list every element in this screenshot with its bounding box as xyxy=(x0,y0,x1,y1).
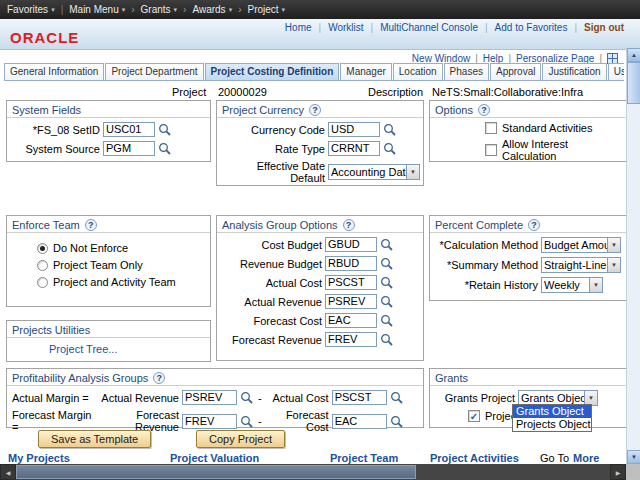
effective-date-default-value: Accounting Date xyxy=(329,165,406,179)
allow-interest-calculation-checkbox[interactable] xyxy=(485,144,497,156)
actual-revenue-input[interactable]: PSREV xyxy=(182,390,237,405)
lookup-icon[interactable] xyxy=(240,391,253,404)
lookup-icon[interactable] xyxy=(158,123,171,136)
lookup-icon[interactable] xyxy=(158,142,171,155)
sign-out-link[interactable]: Sign out xyxy=(584,22,624,33)
tab-approval[interactable]: Approval xyxy=(490,63,541,80)
portal-links: Home | Worklist | MultiChannel Console |… xyxy=(285,22,624,33)
chevron-down-icon: ▾ xyxy=(122,6,126,14)
my-projects-link[interactable]: My Projects xyxy=(8,452,70,464)
dropdown-arrow-icon[interactable]: ▼ xyxy=(607,258,620,272)
lookup-icon[interactable] xyxy=(380,295,393,308)
effective-date-default-label: Effective Date Default xyxy=(222,160,325,184)
revenue-budget-input[interactable]: RBUD xyxy=(325,256,377,271)
summary-method-select[interactable]: Straight-Line ▼ xyxy=(541,257,621,273)
profitability-analysis-groups-section: Profitability Analysis Groups ? Actual M… xyxy=(6,368,424,428)
scroll-left-button[interactable]: ◀ xyxy=(0,464,16,480)
do-not-enforce-radio[interactable] xyxy=(37,243,48,254)
horizontal-scrollbar[interactable]: ◀ ▶ xyxy=(0,464,626,480)
main-menu[interactable]: Main Menu ▾ xyxy=(69,4,125,15)
project-and-activity-team-radio[interactable] xyxy=(37,277,48,288)
lookup-icon[interactable] xyxy=(380,314,393,327)
breadcrumb-grants[interactable]: Grants ▾ xyxy=(141,4,178,15)
worklist-link[interactable]: Worklist xyxy=(328,22,363,33)
project-team-link[interactable]: Project Team xyxy=(330,452,398,464)
section-title: Project Currency xyxy=(222,104,304,116)
lookup-icon[interactable] xyxy=(390,415,403,428)
dropdown-arrow-icon[interactable]: ▼ xyxy=(607,238,620,252)
actual-revenue-input[interactable]: PSREV xyxy=(325,294,377,309)
forecast-revenue-label: Forecast Revenue xyxy=(222,334,322,346)
description-label: Description xyxy=(368,86,423,98)
vertical-scrollbar[interactable]: ▲ ▼ xyxy=(626,48,640,464)
home-link[interactable]: Home xyxy=(285,22,312,33)
actual-cost-input[interactable]: PSCST xyxy=(325,275,377,290)
horizontal-scroll-thumb[interactable] xyxy=(16,465,416,479)
effective-date-default-select[interactable]: Accounting Date ▼ xyxy=(328,164,420,180)
dropdown-arrow-icon[interactable]: ▼ xyxy=(406,165,419,179)
actual-revenue-label: Actual Revenue xyxy=(222,296,322,308)
dropdown-option-projects-object[interactable]: Projects Object xyxy=(513,418,591,431)
tab-project-costing-definition[interactable]: Project Costing Definition xyxy=(205,63,340,80)
project-activities-link[interactable]: Project Activities xyxy=(430,452,519,464)
breadcrumb-project-label: Project xyxy=(247,4,278,15)
tab-user-fields[interactable]: User Fields xyxy=(608,63,624,80)
help-icon[interactable]: ? xyxy=(309,104,321,116)
retain-history-select[interactable]: Weekly ▼ xyxy=(541,277,603,293)
scroll-up-button[interactable]: ▲ xyxy=(627,48,640,62)
lookup-icon[interactable] xyxy=(380,333,393,346)
setid-input[interactable]: USC01 xyxy=(103,122,155,137)
help-icon[interactable]: ? xyxy=(528,219,540,231)
project-tree-link[interactable]: Project Tree... xyxy=(49,343,117,355)
rate-type-label: Rate Type xyxy=(222,143,325,155)
lookup-icon[interactable] xyxy=(380,257,393,270)
breadcrumb-project[interactable]: Project ▾ xyxy=(247,4,285,15)
lookup-icon[interactable] xyxy=(383,142,396,155)
calculation-method-select[interactable]: Budget Amou ▼ xyxy=(541,237,621,253)
favorites-menu[interactable]: Favorites ▾ xyxy=(7,4,55,15)
actual-cost-input[interactable]: PSCST xyxy=(332,390,387,405)
standard-activities-checkbox[interactable] xyxy=(485,122,497,134)
analysis-group-options-section: Analysis Group Options ? Cost Budget GBU… xyxy=(216,215,424,361)
forecast-revenue-input[interactable]: FREV xyxy=(325,332,377,347)
rate-type-input[interactable]: CRRNT xyxy=(328,141,380,156)
breadcrumb-awards[interactable]: Awards ▾ xyxy=(192,4,232,15)
tab-phases[interactable]: Phases xyxy=(444,63,489,80)
help-icon[interactable]: ? xyxy=(478,104,490,116)
scroll-right-button[interactable]: ▶ xyxy=(610,464,626,480)
scroll-down-button[interactable]: ▼ xyxy=(627,450,640,464)
lookup-icon[interactable] xyxy=(380,276,393,289)
tab-project-department[interactable]: Project Department xyxy=(105,63,203,80)
project-valuation-link[interactable]: Project Valuation xyxy=(170,452,259,464)
multichannel-console-link[interactable]: MultiChannel Console xyxy=(380,22,478,33)
cost-budget-input[interactable]: GBUD xyxy=(325,237,377,252)
help-icon[interactable]: ? xyxy=(153,372,165,384)
goto-more-link[interactable]: More xyxy=(573,452,599,464)
forecast-cost-input[interactable]: EAC xyxy=(325,313,377,328)
currency-code-input[interactable]: USD xyxy=(328,122,380,137)
lookup-icon[interactable] xyxy=(380,238,393,251)
tab-manager[interactable]: Manager xyxy=(340,63,391,80)
vertical-scroll-thumb[interactable] xyxy=(627,62,640,104)
project-pri-checkbox[interactable]: ✓ xyxy=(468,410,480,422)
dropdown-arrow-icon[interactable]: ▼ xyxy=(589,278,602,292)
system-source-label: System Source xyxy=(12,143,100,155)
lookup-icon[interactable] xyxy=(240,415,253,428)
tab-location[interactable]: Location xyxy=(393,63,443,80)
lookup-icon[interactable] xyxy=(383,123,396,136)
copy-project-button[interactable]: Copy Project xyxy=(196,430,285,448)
system-source-input[interactable]: PGM xyxy=(103,141,155,156)
do-not-enforce-label: Do Not Enforce xyxy=(53,242,128,254)
forecast-revenue-input[interactable]: FREV xyxy=(182,414,237,429)
forecast-cost-input[interactable]: EAC xyxy=(332,414,387,429)
dropdown-arrow-icon[interactable]: ▼ xyxy=(584,391,597,405)
project-team-only-radio[interactable] xyxy=(37,260,48,271)
tab-general-information[interactable]: General Information xyxy=(4,63,104,80)
dropdown-option-grants-object[interactable]: Grants Object xyxy=(513,405,591,418)
help-icon[interactable]: ? xyxy=(85,219,97,231)
lookup-icon[interactable] xyxy=(390,391,403,404)
tab-justification[interactable]: Justification xyxy=(542,63,606,80)
add-to-favorites-link[interactable]: Add to Favorites xyxy=(495,22,568,33)
save-as-template-button[interactable]: Save as Template xyxy=(38,430,151,448)
help-icon[interactable]: ? xyxy=(343,219,355,231)
